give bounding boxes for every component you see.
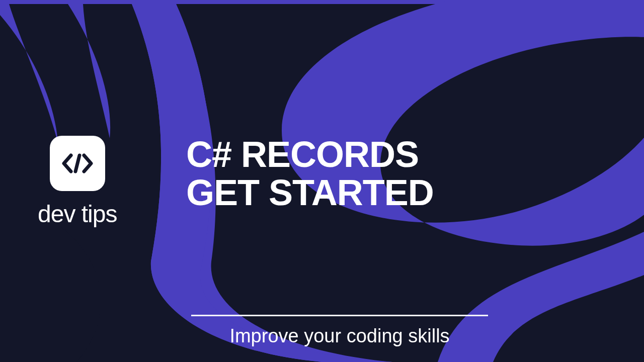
main-title: C# RECORDS GET STARTED <box>186 136 434 212</box>
brand-name: dev tips <box>38 200 117 228</box>
divider <box>191 315 488 316</box>
tagline-text: Improve your coding skills <box>191 325 488 347</box>
tagline-block: Improve your coding skills <box>191 315 488 347</box>
brand-logo: dev tips <box>38 136 117 228</box>
code-icon <box>50 136 105 191</box>
title-line-2: GET STARTED <box>186 174 434 212</box>
title-line-1: C# RECORDS <box>186 136 434 174</box>
